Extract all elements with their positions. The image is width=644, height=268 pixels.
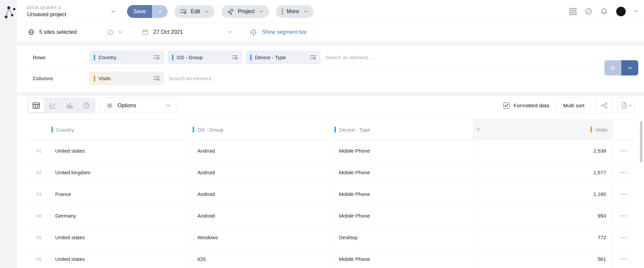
row-rank: #6 — [27, 248, 51, 268]
share-icon — [601, 102, 608, 109]
row-menu-button[interactable] — [619, 213, 629, 219]
row-menu-button[interactable] — [619, 148, 629, 154]
visits-cell: 1,180 — [473, 183, 612, 205]
query-title-block[interactable]: DATA QUERY 3 Unsaved project — [27, 5, 111, 18]
chevron-down-icon — [259, 10, 263, 13]
apps-grid-button[interactable] — [569, 8, 577, 15]
country-cell: United states — [51, 227, 192, 248]
project-molecule-icon — [227, 8, 234, 15]
chip-filter-settings-icon[interactable] — [310, 55, 316, 60]
chevron-down-icon — [158, 10, 162, 13]
query-name: Unsaved project — [27, 12, 111, 18]
rows-search-input[interactable] — [325, 54, 413, 60]
run-options-chevron-button[interactable] — [621, 60, 638, 75]
dimension-chip-country[interactable]: Country — [89, 50, 164, 64]
column-metric-chips: Visits — [89, 71, 164, 85]
chip-filter-settings-icon[interactable] — [232, 55, 238, 60]
table-row: #2 United kingdom Android Mobile Phone 1… — [27, 162, 635, 183]
device-column-header[interactable]: Device - Type — [334, 119, 473, 140]
table-view-button[interactable] — [28, 98, 44, 112]
chip-filter-settings-icon[interactable] — [153, 55, 160, 60]
column-header-label: Device - Type — [339, 127, 370, 133]
options-button[interactable]: Options — [100, 97, 176, 113]
pie-chart-view-button[interactable] — [78, 98, 94, 112]
dimension-chip-os-group[interactable]: OS - Group — [168, 50, 242, 64]
row-rank: #1 — [27, 140, 51, 161]
table-row: #1 United states Android Mobile Phone 2,… — [27, 140, 635, 162]
dimension-accent-bar — [193, 127, 194, 133]
dimension-accent-bar — [51, 127, 53, 133]
help-button[interactable]: ? — [585, 8, 592, 15]
dimension-chip-device-type[interactable]: Device - Type — [246, 50, 321, 64]
columns-row: Columns Visits — [17, 71, 644, 85]
export-button[interactable] — [618, 97, 635, 113]
save-options-chevron-button[interactable] — [152, 5, 168, 18]
os-cell: Android — [192, 140, 334, 161]
row-menu-button[interactable] — [619, 192, 629, 197]
date-selector-label: 27 Oct 2021 — [153, 29, 183, 35]
options-button-label: Options — [117, 103, 136, 109]
notifications-button[interactable] — [601, 8, 608, 15]
edit-button[interactable]: Edit — [174, 5, 215, 18]
table-toolbar: Options Formatted data Multi sort — [27, 97, 644, 113]
date-selector[interactable]: 27 Oct 2021 — [131, 23, 238, 41]
row-menu-button[interactable] — [619, 256, 629, 262]
dimension-accent-bar — [250, 54, 252, 61]
visits-cell: 993 — [473, 205, 612, 226]
metric-chip-visits[interactable]: Visits — [89, 71, 164, 85]
filter-settings-icon — [180, 9, 187, 14]
piano-analytics-logo-icon — [2, 3, 16, 19]
save-button[interactable]: Save — [127, 5, 152, 18]
rank-column-header — [27, 119, 51, 140]
info-icon[interactable] — [107, 29, 113, 36]
table-header-row: Country OS - Group Device - Type — [27, 119, 635, 140]
os-cell: Android — [192, 205, 334, 226]
project-button[interactable]: Project — [221, 5, 269, 18]
app-logo[interactable] — [2, 3, 16, 20]
metric-accent-bar — [591, 127, 592, 133]
site-selector[interactable]: 5 sites selected — [17, 23, 131, 41]
project-button-label: Project — [238, 8, 255, 15]
visits-column-header[interactable]: Visits — [473, 119, 612, 140]
segment-target-icon — [250, 29, 257, 36]
more-button[interactable]: More — [276, 5, 314, 18]
device-cell: Mobile Phone — [334, 183, 473, 205]
pie-chart-icon — [83, 102, 90, 109]
country-cell: United states — [51, 140, 192, 161]
formatted-data-checkbox[interactable] — [503, 103, 510, 109]
show-segment-bar-link[interactable]: Show segment bar — [262, 29, 307, 35]
country-cell: United states — [51, 248, 192, 268]
row-menu-button[interactable] — [619, 170, 629, 175]
line-chart-view-button[interactable] — [45, 98, 61, 112]
rows-label: Rows — [33, 54, 89, 60]
vertical-scrollbar[interactable] — [640, 121, 642, 162]
table-row: #3 France Android Mobile Phone 1,180 — [27, 183, 635, 205]
os-column-header[interactable]: OS - Group — [192, 119, 334, 140]
user-avatar[interactable] — [616, 7, 626, 16]
dimension-accent-bar — [94, 54, 95, 61]
row-rank: #3 — [27, 183, 51, 205]
run-query-button[interactable] — [604, 60, 621, 75]
site-chevron-down-icon[interactable] — [118, 31, 122, 34]
query-builder-panel: Rows Country OS - Group — [17, 46, 644, 92]
share-button[interactable] — [596, 97, 613, 113]
device-cell: Desktop — [334, 227, 473, 248]
country-column-header[interactable]: Country — [51, 119, 192, 140]
chip-filter-settings-icon[interactable] — [153, 76, 160, 81]
globe-icon — [28, 29, 35, 36]
title-chevron-down-icon[interactable] — [111, 10, 115, 13]
more-button-label: More — [287, 8, 299, 15]
export-file-icon — [621, 102, 627, 109]
line-chart-icon — [49, 102, 57, 109]
apps-grid-icon — [569, 8, 577, 15]
multi-sort-button[interactable]: Multi sort — [557, 97, 591, 113]
table-row: #5 United states Windows Desktop 772 — [27, 227, 635, 248]
row-menu-button[interactable] — [619, 235, 629, 240]
date-chevron-down-icon[interactable] — [228, 31, 232, 34]
device-cell: Mobile Phone — [334, 248, 473, 268]
chevron-down-icon — [304, 10, 308, 13]
os-cell: Android — [192, 183, 334, 205]
columns-search-input[interactable] — [169, 75, 257, 81]
account-chevron-down-icon[interactable] — [634, 10, 639, 13]
bar-chart-view-button[interactable] — [62, 98, 78, 112]
